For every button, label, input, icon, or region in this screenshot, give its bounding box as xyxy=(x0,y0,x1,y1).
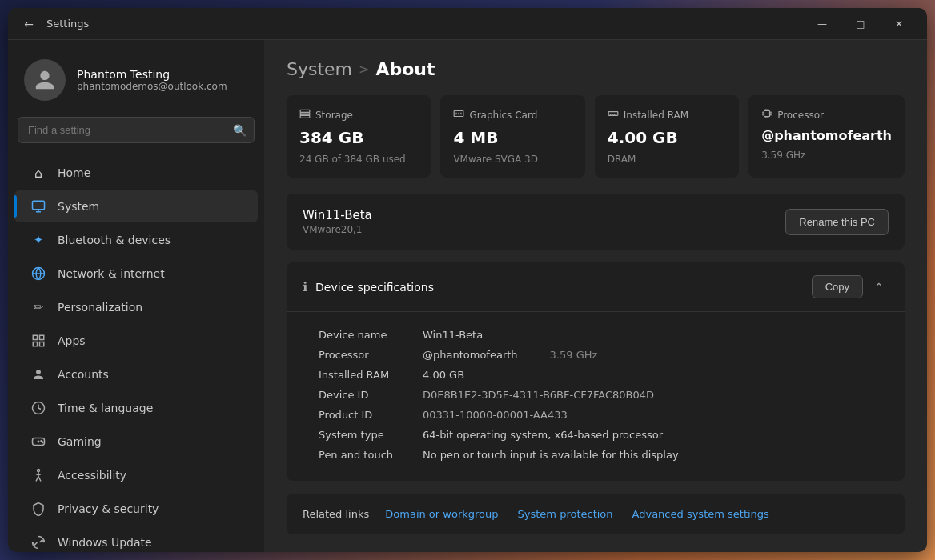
spec-value: 00331-10000-00001-AA433 xyxy=(423,409,568,421)
update-icon xyxy=(30,534,46,550)
sidebar-item-network[interactable]: Network & internet xyxy=(14,258,258,290)
pc-desc: VMware20,1 xyxy=(303,224,372,235)
spec-value: No pen or touch input is available for t… xyxy=(423,449,679,461)
sidebar-item-label: Home xyxy=(58,166,90,179)
sidebar-item-label: Network & internet xyxy=(58,267,165,280)
svg-rect-0 xyxy=(33,201,45,210)
related-links-label: Related links xyxy=(303,508,369,520)
accounts-icon xyxy=(30,366,46,382)
sidebar-item-system[interactable]: System xyxy=(14,190,258,222)
gaming-icon xyxy=(30,434,46,450)
spec-value: Win11-Beta xyxy=(423,329,483,341)
collapse-specs-button[interactable]: ⌃ xyxy=(869,278,889,297)
sidebar-item-privacy[interactable]: Privacy & security xyxy=(14,493,258,525)
svg-rect-5 xyxy=(33,342,37,346)
storage-label: Storage xyxy=(315,110,353,121)
sidebar-item-label: Time & language xyxy=(58,402,153,414)
spec-row-system-type: System type 64-bit operating system, x64… xyxy=(319,425,889,445)
close-button[interactable]: ✕ xyxy=(881,11,917,37)
spec-value: 4.00 GB xyxy=(423,369,464,381)
processor-value: @phantomofearth xyxy=(761,128,892,143)
titlebar: ← Settings — □ ✕ xyxy=(8,8,927,40)
spec-label: Product ID xyxy=(319,409,423,421)
processor-sub: 3.59 GHz xyxy=(761,150,892,161)
spec-value: 64-bit operating system, x64-based proce… xyxy=(423,429,663,441)
search-box[interactable]: 🔍 xyxy=(18,117,255,143)
privacy-icon xyxy=(30,501,46,517)
processor-label: Processor xyxy=(777,110,824,121)
sidebar-item-gaming[interactable]: Gaming xyxy=(14,426,258,458)
related-links-section: Related links Domain or workgroup System… xyxy=(287,494,905,534)
info-cards: Storage 384 GB 24 GB of 384 GB used Grap… xyxy=(287,95,905,178)
svg-rect-3 xyxy=(33,335,37,339)
svg-rect-14 xyxy=(300,110,310,112)
spec-value: @phantomofearth 3.59 GHz xyxy=(423,349,597,361)
bluetooth-icon: ✦ xyxy=(30,232,46,248)
system-protection-link[interactable]: System protection xyxy=(518,508,613,520)
pc-name: Win11-Beta xyxy=(303,208,372,222)
back-button[interactable]: ← xyxy=(18,13,40,35)
sidebar-item-accounts[interactable]: Accounts xyxy=(14,358,258,390)
storage-card-icon xyxy=(299,108,311,122)
sidebar-item-label: Privacy & security xyxy=(58,502,159,515)
storage-card: Storage 384 GB 24 GB of 384 GB used xyxy=(287,95,431,178)
svg-rect-16 xyxy=(300,115,310,118)
sidebar-item-home[interactable]: ⌂ Home xyxy=(14,157,258,189)
spec-value: D0E8B1E2-3D5E-4311-B6BF-CF7FAC80B04D xyxy=(423,389,654,401)
system-icon xyxy=(30,198,46,214)
titlebar-title: Settings xyxy=(46,18,89,30)
spec-row-device-id: Device ID D0E8B1E2-3D5E-4311-B6BF-CF7FAC… xyxy=(319,385,889,405)
device-specs-section: ℹ Device specifications Copy ⌃ Device na… xyxy=(287,262,905,481)
main-content: System > About Storage 384 GB xyxy=(264,40,927,552)
breadcrumb-parent: System xyxy=(287,59,352,79)
graphics-label: Graphics Card xyxy=(469,110,537,121)
search-icon: 🔍 xyxy=(233,124,247,137)
storage-sub: 24 GB of 384 GB used xyxy=(299,154,418,165)
specs-title-text: Device specifications xyxy=(315,281,434,294)
sidebar-item-accessibility[interactable]: Accessibility xyxy=(14,459,258,491)
personalization-icon: ✏ xyxy=(30,299,46,315)
window-controls: — □ ✕ xyxy=(804,11,917,37)
ram-value: 4.00 GB xyxy=(608,128,726,147)
storage-value: 384 GB xyxy=(299,128,418,147)
search-input[interactable] xyxy=(18,117,255,143)
svg-point-12 xyxy=(42,442,44,443)
spec-label: System type xyxy=(319,429,423,441)
processor-card-icon xyxy=(761,108,772,122)
apps-icon xyxy=(30,333,46,349)
domain-workgroup-link[interactable]: Domain or workgroup xyxy=(385,508,498,520)
sidebar-item-bluetooth[interactable]: ✦ Bluetooth & devices xyxy=(14,224,258,256)
minimize-button[interactable]: — xyxy=(804,11,841,37)
sidebar-item-label: Bluetooth & devices xyxy=(58,234,171,246)
user-name: Phantom Testing xyxy=(77,68,227,81)
sidebar-item-time[interactable]: Time & language xyxy=(14,392,258,424)
sidebar-item-apps[interactable]: Apps xyxy=(14,325,258,357)
svg-point-13 xyxy=(38,470,40,472)
sidebar: Phantom Testing phantomodemos@outlook.co… xyxy=(8,40,264,552)
graphics-card: Graphics Card 4 MB VMware SVGA 3D xyxy=(440,95,584,178)
sidebar-item-update[interactable]: Windows Update xyxy=(14,526,258,552)
maximize-button[interactable]: □ xyxy=(842,11,879,37)
sidebar-item-personalization[interactable]: ✏ Personalization xyxy=(14,291,258,323)
sidebar-item-label: Personalization xyxy=(58,301,142,314)
sidebar-item-label: Gaming xyxy=(58,435,102,448)
spec-label: Pen and touch xyxy=(319,449,423,461)
user-email: phantomodemos@outlook.com xyxy=(77,81,227,92)
accessibility-icon xyxy=(30,467,46,483)
sidebar-item-label: Apps xyxy=(58,334,86,347)
svg-rect-15 xyxy=(300,113,310,115)
breadcrumb-current: About xyxy=(375,59,435,79)
spec-row-device-name: Device name Win11-Beta xyxy=(319,325,889,345)
sidebar-item-label: Windows Update xyxy=(58,536,152,549)
pc-name-section: Win11-Beta VMware20,1 Rename this PC xyxy=(287,194,905,250)
rename-pc-button[interactable]: Rename this PC xyxy=(785,209,889,235)
graphics-card-icon xyxy=(453,108,464,122)
copy-specs-button[interactable]: Copy xyxy=(812,275,863,298)
advanced-system-settings-link[interactable]: Advanced system settings xyxy=(632,508,769,520)
breadcrumb: System > About xyxy=(287,59,905,79)
spec-label: Device ID xyxy=(319,389,423,401)
breadcrumb-separator: > xyxy=(359,62,369,77)
network-icon xyxy=(30,266,46,282)
graphics-value: 4 MB xyxy=(453,128,572,147)
sidebar-item-label: System xyxy=(58,200,99,213)
